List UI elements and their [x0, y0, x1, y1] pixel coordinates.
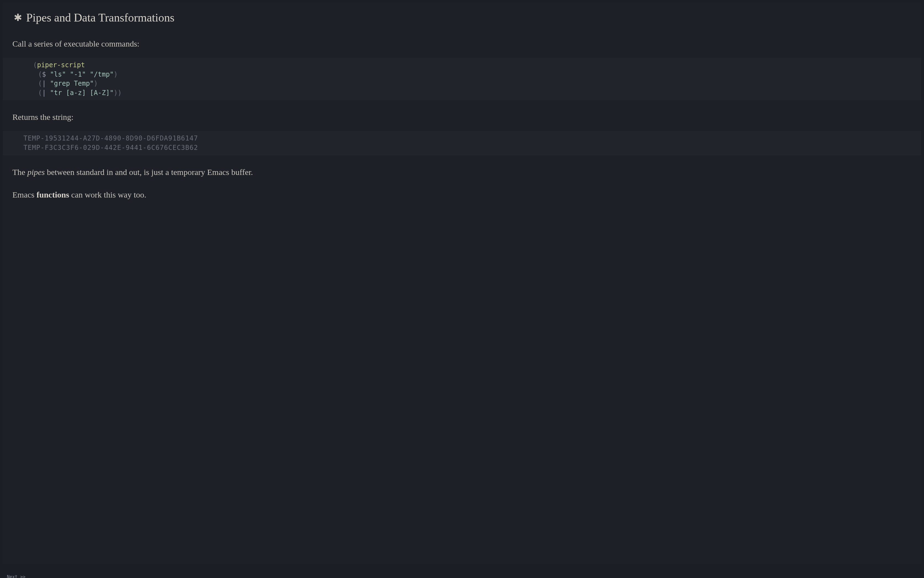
string-literal: "/tmp": [90, 70, 114, 78]
paragraph-pipes: The pipes between standard in and out, i…: [3, 164, 921, 181]
code-line: (| "grep Temp"): [3, 79, 921, 88]
code-line: ($ "ls" "-1" "/tmp"): [3, 70, 921, 80]
paragraph-returns: Returns the string:: [3, 109, 921, 126]
output-line: TEMP-F3C3C3F6-029D-442E-9441-6C676CEC3B6…: [3, 143, 921, 153]
code-line: (| "tr [a-z] [A-Z]")): [3, 88, 921, 98]
operator-dollar: $: [42, 70, 46, 78]
paren-open: (: [33, 61, 37, 69]
next-button[interactable]: Next >>: [7, 574, 25, 578]
code-line: (piper-script: [3, 61, 921, 70]
string-literal: "tr [a-z] [A-Z]": [50, 89, 114, 97]
string-literal: "grep Temp": [50, 80, 94, 87]
slide-content: ✱ Pipes and Data Transformations Call a …: [3, 3, 921, 564]
paren-close: ): [94, 80, 98, 87]
title-row: ✱ Pipes and Data Transformations: [3, 8, 921, 27]
paren-open: (: [38, 89, 42, 97]
operator-pipe: |: [42, 89, 46, 97]
string-literal: "ls": [50, 70, 66, 78]
function-name: piper-script: [37, 61, 85, 69]
paragraph-intro: Call a series of executable commands:: [3, 35, 921, 52]
italic-text: pipes: [27, 167, 45, 177]
operator-pipe: |: [42, 80, 46, 87]
paren-open: (: [38, 70, 42, 78]
paren-close: ): [114, 70, 118, 78]
output-line: TEMP-19531244-A27D-4890-8D90-D6FDA91B614…: [3, 134, 921, 143]
output-block: TEMP-19531244-A27D-4890-8D90-D6FDA91B614…: [3, 131, 921, 155]
string-literal: "-1": [70, 70, 86, 78]
slide-title: Pipes and Data Transformations: [26, 11, 174, 24]
code-block-script: (piper-script ($ "ls" "-1" "/tmp") (| "g…: [3, 58, 921, 100]
paren-open: (: [38, 80, 42, 87]
asterisk-icon: ✱: [14, 13, 22, 23]
paragraph-functions: Emacs functions can work this way too.: [3, 186, 921, 203]
paren-close: )): [114, 89, 122, 97]
bold-text: functions: [36, 190, 69, 199]
